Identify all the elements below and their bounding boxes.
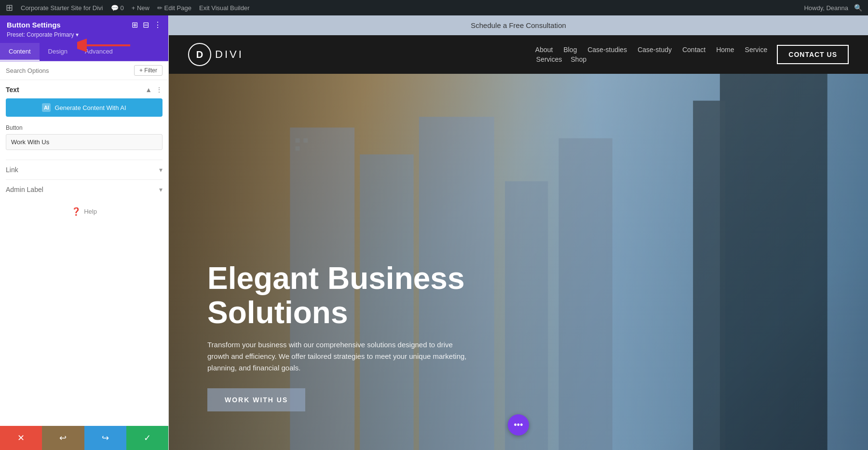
red-arrow-indicator	[77, 36, 130, 57]
contact-us-button[interactable]: CONTACT US	[777, 45, 849, 64]
main-layout: Button Settings ⊞ ⊟ ⋮ Preset: Corporate …	[0, 15, 868, 450]
admin-label-chevron-icon[interactable]: ▾	[159, 186, 163, 193]
panel-search-bar: + Filter	[0, 61, 168, 80]
link-chevron-icon[interactable]: ▾	[159, 166, 163, 174]
help-circle-icon: ❓	[71, 207, 81, 216]
wp-admin-bar: ⊞ Corporate Starter Site for Divi 💬 0 + …	[0, 0, 868, 15]
left-panel: Button Settings ⊞ ⊟ ⋮ Preset: Corporate …	[0, 15, 169, 450]
banner-text: Schedule a Free Consultation	[471, 21, 566, 29]
save-checkmark-icon: ✓	[144, 433, 151, 443]
filter-button[interactable]: + Filter	[134, 65, 163, 76]
nav-rows: About Blog Case-studies Case-study Conta…	[535, 46, 767, 63]
admin-label-header[interactable]: Admin Label ▾	[6, 186, 163, 193]
site-logo: D DIVI	[188, 43, 244, 66]
tab-design[interactable]: Design	[40, 43, 76, 61]
logo-text: DIVI	[215, 48, 244, 61]
text-section-header[interactable]: Text ▲ ⋮	[6, 86, 163, 94]
comment-icon: 💬	[111, 4, 119, 12]
hero-description: Transform your business with our compreh…	[207, 339, 468, 374]
nav-link-case-studies[interactable]: Case-studies	[587, 46, 627, 54]
help-label: Help	[84, 208, 97, 215]
site-name[interactable]: Corporate Starter Site for Divi	[21, 4, 103, 12]
nav-link-service[interactable]: Service	[745, 46, 768, 54]
text-section-title: Text	[6, 86, 19, 94]
admin-label-section: Admin Label ▾	[6, 179, 163, 199]
hero-content: Elegant Business Solutions Transform you…	[169, 261, 506, 450]
nav-link-blog[interactable]: Blog	[563, 46, 577, 54]
nav-link-about[interactable]: About	[535, 46, 553, 54]
bottom-action-bar: ✕ ↩ ↪ ✓	[0, 426, 168, 450]
chevron-up-icon[interactable]: ▲	[145, 86, 152, 94]
edit-page-link[interactable]: ✏ Edit Page	[157, 4, 191, 12]
admin-bar-left: ⊞ Corporate Starter Site for Divi 💬 0 + …	[6, 2, 250, 13]
panel-header-top: Button Settings ⊞ ⊟ ⋮	[7, 20, 162, 29]
nav-row-primary: About Blog Case-studies Case-study Conta…	[535, 46, 767, 54]
hero-title: Elegant Business Solutions	[207, 261, 468, 329]
nav-link-services[interactable]: Services	[536, 55, 562, 63]
panel-header: Button Settings ⊞ ⊟ ⋮ Preset: Corporate …	[0, 15, 168, 43]
floating-menu-button[interactable]: •••	[508, 414, 529, 436]
search-options-input[interactable]	[6, 67, 130, 74]
logo-icon: D	[188, 43, 211, 66]
howdy-text: Howdy, Deanna	[804, 4, 848, 12]
comments-link[interactable]: 💬 0	[111, 4, 124, 12]
section-options-icon[interactable]: ⋮	[156, 86, 163, 94]
layout-icon[interactable]: ⊟	[143, 20, 149, 29]
dots-icon: •••	[514, 420, 523, 430]
cancel-button[interactable]: ✕	[0, 426, 42, 450]
nav-link-shop[interactable]: Shop	[571, 55, 587, 63]
panel-header-icons: ⊞ ⊟ ⋮	[132, 20, 162, 29]
panel-title: Button Settings	[7, 21, 61, 29]
undo-button[interactable]: ↩	[42, 426, 84, 450]
search-icon[interactable]: 🔍	[854, 4, 862, 12]
top-banner: Schedule a Free Consultation	[169, 15, 868, 35]
ai-button-label: Generate Content With AI	[54, 104, 126, 111]
nav-link-home[interactable]: Home	[716, 46, 734, 54]
cancel-icon: ✕	[17, 433, 25, 443]
nav-link-contact[interactable]: Contact	[682, 46, 705, 54]
help-section[interactable]: ❓ Help	[6, 199, 163, 224]
section-header-icons: ▲ ⋮	[145, 86, 163, 94]
generate-ai-button[interactable]: AI Generate Content With AI	[6, 98, 163, 117]
ai-icon: AI	[42, 103, 51, 112]
link-section-title: Link	[6, 166, 18, 174]
nav-row-secondary: Services Shop	[535, 55, 767, 63]
button-field-label: Button	[6, 124, 163, 131]
nav-link-case-study[interactable]: Case-study	[637, 46, 672, 54]
hero-section: Elegant Business Solutions Transform you…	[169, 74, 868, 450]
panel-content-area: Text ▲ ⋮ AI Generate Content With AI But…	[0, 80, 168, 426]
more-icon[interactable]: ⋮	[154, 20, 162, 29]
new-link[interactable]: + New	[132, 4, 149, 12]
site-preview: Schedule a Free Consultation D DIVI Abou…	[169, 15, 868, 450]
tab-content[interactable]: Content	[0, 43, 40, 61]
save-button[interactable]: ✓	[126, 426, 168, 450]
link-section: Link ▾	[6, 160, 163, 179]
logo-letter: D	[196, 49, 203, 60]
link-section-header[interactable]: Link ▾	[6, 166, 163, 174]
wp-logo-icon[interactable]: ⊞	[6, 2, 13, 13]
nav-right: About Blog Case-studies Case-study Conta…	[535, 45, 849, 64]
redo-button[interactable]: ↪	[84, 426, 126, 450]
undo-icon: ↩	[59, 433, 67, 443]
button-text-input[interactable]	[6, 134, 163, 150]
redo-icon: ↪	[102, 433, 109, 443]
admin-bar-right: Howdy, Deanna 🔍	[804, 4, 862, 12]
exit-visual-builder-link[interactable]: Exit Visual Builder	[199, 4, 250, 12]
responsive-icon[interactable]: ⊞	[132, 20, 138, 29]
admin-label-title: Admin Label	[6, 186, 43, 193]
work-with-us-button[interactable]: WORK WITH US	[207, 388, 305, 411]
site-nav: D DIVI About Blog Case-studies Case-stud…	[169, 35, 868, 74]
